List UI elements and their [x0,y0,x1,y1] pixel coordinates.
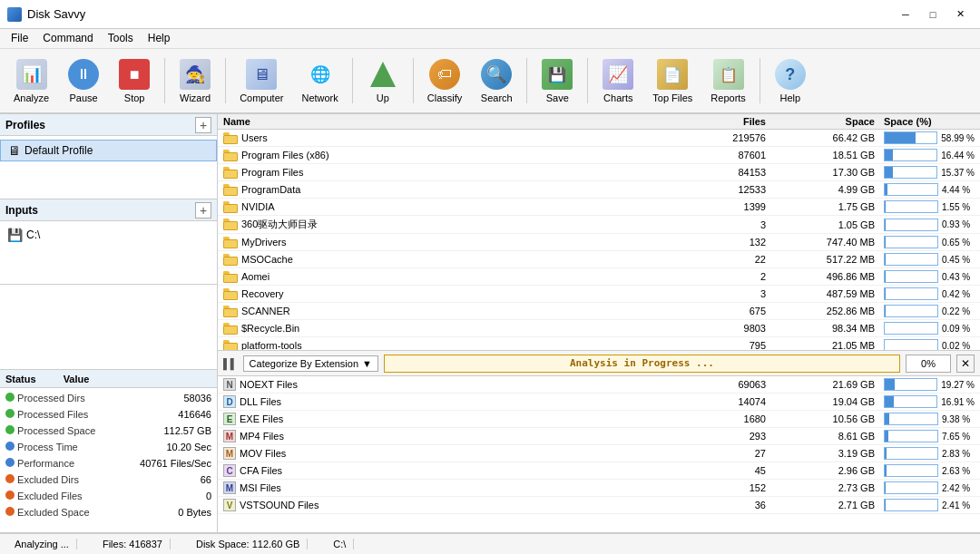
inputs-header: Inputs + [0,199,217,221]
row-name-text: Program Files (x86) [241,150,329,160]
classify-row[interactable]: V VSTSOUND Files 36 2.71 GB 2.41 % [218,497,980,514]
pct-text: 0.42 % [942,289,970,299]
table-row[interactable]: 360驱动大师目录 3 1.05 GB 0.93 % [218,216,980,234]
classify-button[interactable]: 🏷 Classify [419,53,471,109]
minimize-button[interactable]: ─ [893,5,918,24]
classify-toolbar: ▌▌ Categorize By Extension ▼ Analysis in… [218,351,980,376]
classify-row[interactable]: M MOV Files 27 3.19 GB 2.83 % [218,445,980,462]
file-type-icon: N [223,378,236,391]
classify-row[interactable]: N NOEXT Files 69063 21.69 GB 19.27 % [218,376,980,394]
status-row-dirs: Processed Dirs 58036 [5,390,211,406]
profile-item-default[interactable]: 🖥 Default Profile [0,140,217,161]
classify-row-space: 2.71 GB [775,500,884,510]
classify-pct-bar [885,500,886,510]
table-row[interactable]: Aomei 2 496.86 MB 0.43 % [218,268,980,286]
toolbar-separator-3 [352,58,353,103]
row-name: $Recycle.Bin [223,323,684,335]
pct-text: 15.37 % [941,168,975,178]
search-button[interactable]: 🔍 Search [472,53,521,109]
pause-button[interactable]: ⏸ Pause [59,53,108,109]
computer-label: Computer [240,92,283,103]
classify-row-name: N NOEXT Files [223,378,684,391]
window-controls[interactable]: ─ □ ✕ [893,5,973,24]
wizard-button[interactable]: 🧙 Wizard [171,53,220,109]
status-row-files: Processed Files 416646 [5,406,211,423]
status-indicator-dirs [5,393,15,402]
classify-pct-bar-container [884,413,938,425]
computer-button[interactable]: 🖥 Computer [231,53,291,109]
menu-file[interactable]: File [4,31,35,46]
reports-button[interactable]: 📋 Reports [702,53,754,109]
folder-icon [223,150,238,161]
folder-icon [223,201,238,213]
menu-command[interactable]: Command [35,31,100,46]
table-row[interactable]: Program Files (x86) 87601 18.51 GB 16.44… [218,147,980,164]
classify-row-pct: 2.41 % [884,499,975,511]
classify-row[interactable]: D DLL Files 14074 19.04 GB 16.91 % [218,394,980,411]
table-row[interactable]: MyDrivers 132 747.40 MB 0.65 % [218,234,980,251]
row-name-text: $Recycle.Bin [241,323,299,334]
classify-row[interactable]: E EXE Files 1680 10.56 GB 9.38 % [218,411,980,428]
pct-text: 0.65 % [942,238,970,248]
row-name: 360驱动大师目录 [223,218,684,231]
classify-row-name: M MP4 Files [223,430,684,442]
row-name-text: Program Files [241,167,303,178]
classify-row[interactable]: M MP4 Files 293 8.61 GB 7.65 % [218,428,980,445]
profiles-section: Profiles + 🖥 Default Profile [0,114,217,199]
row-name-text: MSOCache [241,254,293,265]
col-pct: Space (%) [884,116,975,127]
analyze-button[interactable]: 📊 Analyze [5,53,57,109]
pct-bar-container [884,200,938,213]
table-row[interactable]: $Recycle.Bin 9803 98.34 MB 0.09 % [218,320,980,337]
classify-dropdown[interactable]: Categorize By Extension ▼ [243,355,378,372]
charts-button[interactable]: 📈 Charts [593,53,642,109]
classify-row-files: 293 [684,431,775,442]
status-indicator-exfiles [5,491,15,500]
up-button[interactable]: Up [358,53,407,109]
classify-row-space: 8.61 GB [775,431,884,442]
classify-pct-bar [885,482,886,493]
performance-value: 40761 Files/Sec [140,456,211,471]
classify-row[interactable]: M MSI Files 152 2.73 GB 2.42 % [218,480,980,497]
classify-area: ▌▌ Categorize By Extension ▼ Analysis in… [218,351,980,532]
close-button[interactable]: ✕ [947,5,973,24]
pause-label: Pause [70,92,98,103]
maximize-button[interactable]: □ [920,5,946,24]
profiles-add-button[interactable]: + [195,117,211,133]
table-row[interactable]: NVIDIA 1399 1.75 GB 1.55 % [218,199,980,216]
table-row[interactable]: Recovery 3 487.59 MB 0.42 % [218,286,980,303]
save-button[interactable]: 💾 Save [533,53,582,109]
classify-progress-bar: Analysis in Progress ... [384,355,900,373]
menu-help[interactable]: Help [141,31,178,46]
folder-icon [223,132,238,144]
classify-close-button[interactable]: ✕ [956,355,975,373]
top-files-label: Top Files [652,92,692,103]
table-row[interactable]: ProgramData 12533 4.99 GB 4.44 % [218,181,980,199]
network-button[interactable]: 🌐 Network [293,53,346,109]
classify-row[interactable]: C CFA Files 45 2.96 GB 2.63 % [218,462,980,480]
reports-icon: 📋 [712,58,745,91]
toolbar: 📊 Analyze ⏸ Pause ■ Stop 🧙 Wizard 🖥 Comp… [0,49,980,114]
row-name: Users [223,132,684,144]
inputs-add-button[interactable]: + [195,202,211,219]
inputs-section: Inputs + 💾 C:\ [0,199,217,285]
table-row[interactable]: Users 219576 66.42 GB 58.99 % [218,130,980,147]
classify-row-name: M MOV Files [223,447,684,460]
help-button[interactable]: ? Help [766,53,815,109]
table-row[interactable]: MSOCache 22 517.22 MB 0.45 % [218,251,980,268]
top-files-button[interactable]: 📄 Top Files [644,53,701,109]
input-item-c[interactable]: 💾 C:\ [0,225,217,245]
classify-row-pct: 2.83 % [884,447,975,460]
stop-button[interactable]: ■ Stop [110,53,159,109]
folder-icon [223,271,238,283]
process-time-value: 10.20 Sec [166,440,211,454]
table-row[interactable]: SCANNER 675 252.86 MB 0.22 % [218,303,980,320]
table-row[interactable]: platform-tools 795 21.05 MB 0.02 % [218,337,980,351]
menu-tools[interactable]: Tools [101,31,141,46]
profiles-title: Profiles [5,119,45,131]
folder-icon [223,288,238,300]
performance-label: Performance [5,456,74,471]
table-row[interactable]: Program Files 84153 17.30 GB 15.37 % [218,164,980,181]
analyze-label: Analyze [14,92,49,103]
row-pct: 0.42 % [884,287,975,300]
